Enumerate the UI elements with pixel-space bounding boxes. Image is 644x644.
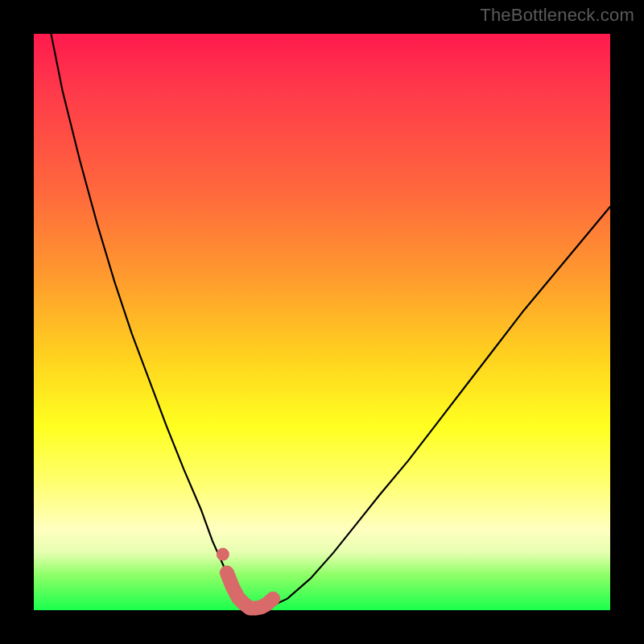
- bottleneck-curve: [51, 34, 610, 608]
- svg-point-0: [217, 548, 229, 561]
- watermark-text: TheBottleneck.com: [480, 5, 634, 26]
- curves-svg: [34, 34, 610, 610]
- plot-area: [34, 34, 610, 610]
- optimal-range-highlight: [217, 548, 273, 609]
- outer-frame: TheBottleneck.com: [0, 0, 644, 644]
